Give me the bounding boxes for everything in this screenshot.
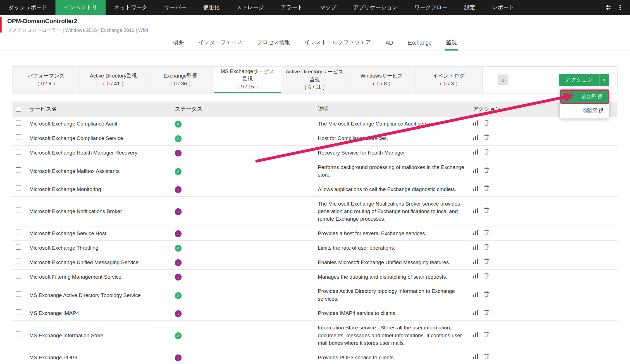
collapse-icon[interactable] [605, 4, 611, 11]
trash-icon[interactable] [484, 244, 489, 250]
subtab-6[interactable]: イベントログ （ 0 / 3 ） [416, 67, 483, 93]
trash-icon[interactable] [484, 309, 489, 315]
chart-icon[interactable] [473, 230, 478, 235]
tab-0[interactable]: 概要 [172, 36, 185, 50]
row-checkbox[interactable] [16, 354, 21, 359]
count-current: 0 [107, 80, 109, 86]
dropdown-caret-icon: ▾ [599, 74, 609, 86]
nav-item-7[interactable]: マップ [311, 0, 345, 15]
trash-icon[interactable] [484, 230, 489, 235]
chart-icon[interactable] [473, 291, 478, 297]
status-down-icon: ↓ [175, 150, 182, 156]
subtab-label: MS Exchangeサービス監視 [218, 68, 277, 83]
trash-icon[interactable] [484, 149, 489, 155]
tab-6[interactable]: 監視 [445, 36, 458, 50]
trash-icon[interactable] [484, 273, 489, 278]
chart-icon[interactable] [473, 244, 478, 250]
more-subtabs-button[interactable]: » [498, 75, 508, 85]
tab-3[interactable]: インストールソフトウェア [303, 36, 372, 50]
nav-item-9[interactable]: ワークフロー [406, 0, 456, 15]
actions-dropdown-wrap: アクション ▾ 追加監視削除監視 [559, 74, 609, 86]
table-row: MS Exchange IMAP4 ↓ Provides IMAP4 servi… [13, 306, 618, 320]
row-checkbox[interactable] [16, 309, 21, 315]
row-checkbox[interactable] [16, 273, 21, 278]
select-all-checkbox[interactable] [16, 106, 21, 111]
trash-icon[interactable] [484, 354, 489, 359]
trash-icon[interactable] [484, 291, 489, 297]
status-down-icon: ↓ [175, 230, 182, 237]
action-menu-item-0[interactable]: 追加監視 [560, 89, 609, 104]
service-description: Provides a host for several Exchange ser… [318, 230, 426, 237]
service-description: The Microsoft Exchange Notifications Bro… [318, 201, 460, 222]
action-menu-item-1[interactable]: 削除監視 [560, 104, 609, 117]
subtab-3[interactable]: MS Exchangeサービス監視 （ 9 / 15 ） [214, 67, 281, 93]
nav-item-1[interactable]: インベントリ [56, 0, 106, 15]
subtab-1[interactable]: Active Directory監視 （ 0 / 41 ） [80, 67, 147, 93]
row-checkbox[interactable] [16, 120, 21, 126]
nav-item-8[interactable]: アプリケーション [345, 0, 406, 15]
count-close: ） [454, 80, 460, 86]
tab-5[interactable]: Exchange [406, 36, 433, 50]
service-name: Microsoft Exchange Service Host [29, 230, 106, 237]
chart-icon[interactable] [473, 273, 478, 279]
chart-icon[interactable] [473, 310, 478, 315]
trash-icon[interactable] [484, 259, 489, 264]
nav-item-0[interactable]: ダッシュボード [0, 0, 56, 15]
tab-1[interactable]: インターフェース [197, 36, 244, 50]
chart-icon[interactable] [473, 332, 478, 337]
subtab-2[interactable]: Exchange監視 （ 0 / 36 ） [147, 67, 214, 93]
chart-icon[interactable] [473, 259, 478, 264]
service-name: Microsoft Exchange Monitoring [29, 186, 101, 192]
trash-icon[interactable] [484, 120, 489, 126]
chart-icon[interactable] [473, 135, 478, 140]
trash-icon[interactable] [484, 167, 489, 173]
status-up-icon: ✓ [175, 332, 182, 339]
row-checkbox[interactable] [16, 259, 21, 264]
nav-item-6[interactable]: アラート [272, 0, 311, 15]
actions-button[interactable]: アクション ▾ [559, 74, 609, 86]
nav-item-4[interactable]: 仮想化 [195, 0, 228, 15]
trash-icon[interactable] [484, 208, 489, 213]
chart-icon[interactable] [473, 208, 478, 213]
count-open: （ [34, 80, 41, 86]
row-checkbox[interactable] [16, 331, 21, 337]
subtab-0[interactable]: パフォーマンス （ 0 / 6 ） [13, 67, 80, 93]
count-current: 9 [241, 84, 244, 90]
kebab-menu-icon[interactable]: ⋮ [617, 4, 624, 11]
subtab-5[interactable]: Windowsサービス （ 0 / 8 ） [348, 67, 415, 93]
trash-icon[interactable] [484, 185, 489, 191]
chart-icon[interactable] [473, 168, 478, 173]
row-checkbox[interactable] [16, 185, 21, 191]
service-description: The Microsoft Exchange Compliance Audit … [318, 121, 436, 127]
strip-rest: » アクション ▾ 追加監視削除監視 [483, 67, 617, 93]
trash-icon[interactable] [484, 134, 489, 140]
service-name: MS Exchange IMAP4 [29, 310, 79, 316]
nav-item-2[interactable]: ネットワーク [106, 0, 156, 15]
status-glyph: ✓ [176, 334, 180, 338]
actions-dropdown-menu: 追加監視削除監視 [560, 89, 609, 118]
nav-item-10[interactable]: 設定 [456, 0, 484, 15]
row-checkbox[interactable] [16, 149, 21, 155]
service-name: MS Exchange Information Store [29, 332, 103, 338]
row-checkbox[interactable] [16, 134, 21, 140]
trash-icon[interactable] [484, 331, 489, 337]
chart-icon[interactable] [473, 120, 478, 126]
tab-4[interactable]: AD [384, 36, 394, 50]
chart-icon[interactable] [473, 354, 478, 359]
row-checkbox[interactable] [16, 208, 21, 213]
row-checkbox[interactable] [16, 167, 21, 173]
subtab-4[interactable]: Active Directoryサービス監視 （ 6 / 11 ） [281, 67, 348, 93]
chart-icon[interactable] [473, 149, 478, 155]
row-checkbox[interactable] [16, 291, 21, 297]
count-total: 11 [316, 84, 321, 90]
nav-item-5[interactable]: ストレージ [228, 0, 272, 15]
subtab-count: （ 0 / 36 ） [167, 80, 194, 88]
tab-2[interactable]: プロセス情報 [256, 36, 291, 50]
service-description: Manages the queuing and dispatching of s… [318, 274, 447, 280]
nav-item-11[interactable]: レポート [484, 0, 522, 15]
row-checkbox[interactable] [16, 230, 21, 235]
nav-item-3[interactable]: サーバー [156, 0, 195, 15]
chart-icon[interactable] [473, 186, 478, 191]
row-checkbox[interactable] [16, 244, 21, 250]
subtab-count: （ 0 / 6 ） [34, 80, 58, 88]
